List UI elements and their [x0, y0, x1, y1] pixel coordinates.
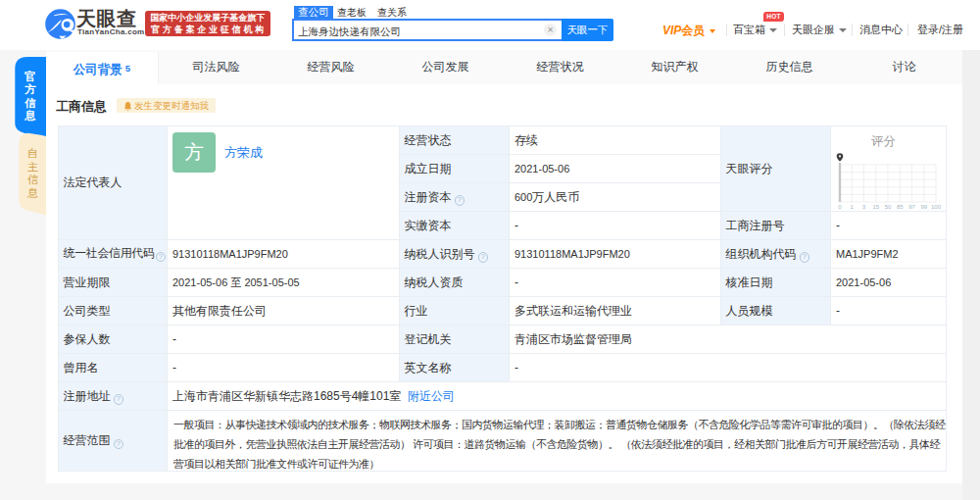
svg-text:0: 0: [838, 204, 842, 210]
svg-text:50: 50: [885, 204, 892, 210]
svg-text:85: 85: [897, 204, 904, 210]
svg-text:息: 息: [26, 187, 38, 199]
svg-text:1: 1: [851, 204, 855, 210]
svg-text:方: 方: [24, 82, 36, 95]
svg-text:97: 97: [908, 204, 915, 210]
svg-text:评分: 评分: [871, 134, 896, 148]
svg-text:自: 自: [27, 147, 38, 159]
svg-text:息: 息: [24, 109, 36, 122]
svg-text:99: 99: [920, 204, 927, 210]
svg-text:3: 3: [862, 204, 866, 210]
svg-text:100: 100: [931, 204, 942, 210]
svg-text:官: 官: [24, 70, 36, 82]
svg-text:15: 15: [872, 204, 879, 210]
svg-text:信: 信: [24, 97, 36, 109]
svg-text:主: 主: [27, 161, 38, 173]
svg-text:信: 信: [27, 174, 38, 185]
